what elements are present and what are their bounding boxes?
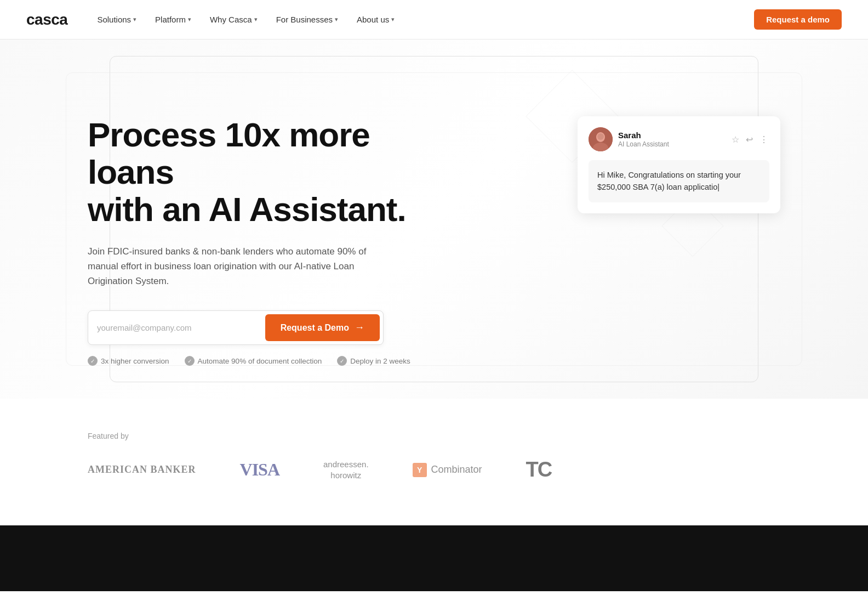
chat-agent-info: Sarah AI Loan Assistant bbox=[589, 127, 669, 151]
checkpoint-label-1: 3x higher conversion bbox=[101, 357, 169, 365]
check-icon-1: ✓ bbox=[88, 356, 98, 366]
checkpoint-label-2: Automate 90% of document collection bbox=[198, 357, 322, 365]
agent-info: Sarah AI Loan Assistant bbox=[618, 131, 669, 148]
checkpoints: ✓ 3x higher conversion ✓ Automate 90% of… bbox=[88, 356, 460, 366]
featured-section: Featured by AMERICAN BANKER VISA andrees… bbox=[0, 399, 868, 525]
checkpoint-label-3: Deploy in 2 weeks bbox=[350, 357, 410, 365]
logo-visa: VISA bbox=[240, 460, 279, 480]
american-banker-text: AMERICAN BANKER bbox=[88, 464, 196, 475]
techcrunch-text: TC bbox=[526, 458, 552, 482]
email-form: Request a Demo → bbox=[88, 310, 384, 345]
hero-title: Process 10x more loans with an AI Assist… bbox=[88, 116, 460, 229]
agent-role: AI Loan Assistant bbox=[618, 140, 669, 148]
checkpoint-2: ✓ Automate 90% of document collection bbox=[185, 356, 322, 366]
hero-section: Process 10x more loans with an AI Assist… bbox=[0, 39, 868, 399]
hero-subtitle: Join FDIC-insured banks & non-bank lende… bbox=[88, 244, 395, 289]
navbar: casca Solutions ▾ Platform ▾ Why Casca ▾… bbox=[0, 0, 868, 39]
star-button[interactable]: ☆ bbox=[730, 133, 740, 146]
nav-label-platform: Platform bbox=[155, 15, 186, 24]
logo-y-combinator: Y Combinator bbox=[413, 463, 482, 477]
featured-label: Featured by bbox=[88, 432, 780, 440]
nav-label-solutions: Solutions bbox=[97, 15, 131, 24]
a16z-line1: andreessen. bbox=[323, 459, 369, 470]
reply-button[interactable]: ↩ bbox=[745, 133, 754, 146]
logo-text: casca bbox=[26, 11, 67, 29]
nav-item-for-businesses[interactable]: For Businesses ▾ bbox=[269, 10, 346, 29]
check-icon-2: ✓ bbox=[185, 356, 195, 366]
more-options-button[interactable]: ⋮ bbox=[758, 133, 769, 146]
yc-text: Combinator bbox=[431, 464, 482, 475]
nav-links: Solutions ▾ Platform ▾ Why Casca ▾ For B… bbox=[89, 10, 402, 29]
a16z-line2: horowitz bbox=[323, 470, 369, 481]
nav-item-platform[interactable]: Platform ▾ bbox=[147, 10, 199, 29]
agent-name: Sarah bbox=[618, 131, 669, 140]
chevron-down-icon: ▾ bbox=[133, 16, 136, 23]
nav-item-about-us[interactable]: About us ▾ bbox=[349, 10, 402, 29]
yc-box: Y bbox=[413, 463, 427, 477]
nav-label-why-casca: Why Casca bbox=[210, 15, 252, 24]
chat-actions: ☆ ↩ ⋮ bbox=[730, 133, 769, 146]
nav-label-about-us: About us bbox=[357, 15, 389, 24]
hero-title-line2: with an AI Assistant. bbox=[88, 190, 406, 228]
chat-card: Sarah AI Loan Assistant ☆ ↩ ⋮ Hi Mike, C… bbox=[578, 116, 780, 213]
svg-point-3 bbox=[597, 133, 604, 140]
nav-label-for-businesses: For Businesses bbox=[276, 15, 333, 24]
visa-text: VISA bbox=[240, 460, 279, 480]
demo-cta-label: Request a Demo bbox=[281, 323, 349, 333]
email-input[interactable] bbox=[97, 319, 265, 337]
chevron-down-icon: ▾ bbox=[335, 16, 338, 23]
hero-title-line1: Process 10x more loans bbox=[88, 116, 370, 191]
checkpoint-3: ✓ Deploy in 2 weeks bbox=[337, 356, 410, 366]
logos-row: AMERICAN BANKER VISA andreessen. horowit… bbox=[88, 458, 780, 482]
avatar bbox=[589, 127, 613, 151]
arrow-right-icon: → bbox=[355, 322, 364, 333]
chat-header: Sarah AI Loan Assistant ☆ ↩ ⋮ bbox=[589, 127, 769, 151]
nav-item-why-casca[interactable]: Why Casca ▾ bbox=[202, 10, 265, 29]
a16z-text: andreessen. horowitz bbox=[323, 459, 369, 480]
hero-content: Process 10x more loans with an AI Assist… bbox=[88, 83, 460, 366]
chevron-down-icon: ▾ bbox=[391, 16, 395, 23]
chevron-down-icon: ▾ bbox=[254, 16, 258, 23]
nav-cta-button[interactable]: Request a demo bbox=[754, 9, 842, 30]
checkpoint-1: ✓ 3x higher conversion bbox=[88, 356, 169, 366]
logo[interactable]: casca bbox=[26, 11, 67, 29]
demo-cta-button[interactable]: Request a Demo → bbox=[265, 314, 380, 341]
logo-american-banker: AMERICAN BANKER bbox=[88, 464, 196, 475]
check-icon-3: ✓ bbox=[337, 356, 347, 366]
nav-item-solutions[interactable]: Solutions ▾ bbox=[89, 10, 144, 29]
footer bbox=[0, 525, 868, 591]
chat-message: Hi Mike, Congratulations on starting you… bbox=[589, 160, 769, 202]
logo-techcrunch: TC bbox=[526, 458, 552, 482]
logo-a16z: andreessen. horowitz bbox=[323, 459, 369, 480]
chevron-down-icon: ▾ bbox=[188, 16, 191, 23]
